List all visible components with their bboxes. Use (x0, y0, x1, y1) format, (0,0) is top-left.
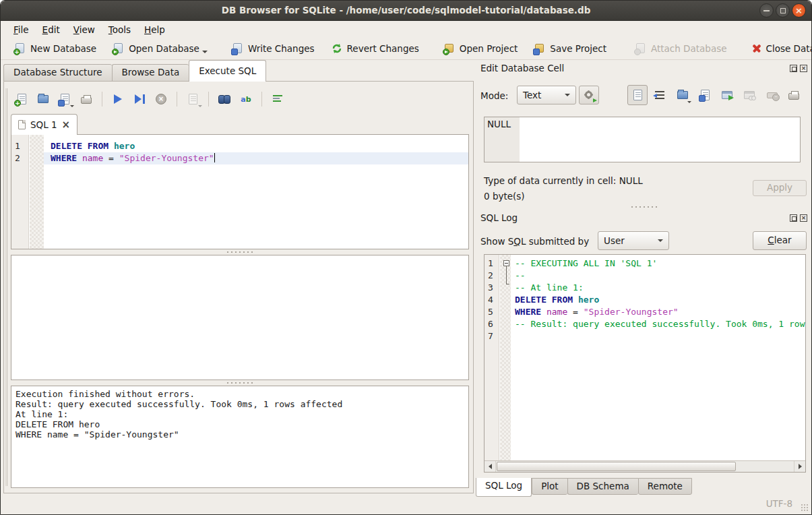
save-results-icon (189, 94, 197, 104)
export-cell-button[interactable] (697, 87, 713, 103)
tab-plot[interactable]: Plot (532, 478, 567, 495)
auto-apply-button[interactable] (579, 86, 599, 104)
log-line (511, 330, 805, 342)
clear-log-button[interactable]: Clear (753, 231, 807, 250)
open-in-app-button[interactable] (719, 87, 735, 103)
dock-close-icon[interactable]: × (800, 214, 807, 222)
write-changes-button[interactable]: Write Changes (226, 40, 320, 57)
splitter-handle[interactable] (226, 381, 253, 385)
open-project-button[interactable]: Open Project (438, 40, 524, 57)
editor-code-area[interactable]: DELETE FROM hero WHERE name = "Spider-Yo… (44, 135, 468, 249)
sql-tab-close-icon[interactable]: × (62, 120, 71, 130)
edit-cell-header: Edit Database Cell × (474, 63, 810, 76)
tab-sql-log[interactable]: SQL Log (476, 478, 532, 497)
link-icon (744, 91, 755, 99)
format-sql-button[interactable] (269, 91, 286, 107)
tab-browse-data[interactable]: Browse Data (112, 64, 189, 82)
toolbar-separator (261, 92, 262, 107)
menu-file[interactable]: File (7, 23, 35, 36)
message-line: DELETE FROM hero (11, 419, 468, 429)
new-database-button[interactable]: + New Database (9, 40, 102, 57)
find-button[interactable] (216, 91, 233, 107)
resize-grip[interactable] (801, 504, 809, 512)
cell-type-info: Type of data currently in cell: NULL (484, 175, 643, 186)
execute-line-button[interactable] (131, 91, 148, 107)
set-null-button[interactable] (764, 87, 780, 103)
menu-help[interactable]: Help (138, 23, 171, 36)
editor-line-numbers: 1 2 (11, 135, 29, 249)
text-mode-toggle-button[interactable] (627, 85, 648, 105)
scroll-right-arrow[interactable] (794, 461, 805, 472)
revert-changes-icon (331, 42, 343, 55)
cell-value-editor[interactable]: NULL (484, 117, 801, 162)
word-wrap-icon (655, 91, 664, 99)
splitter-handle[interactable] (226, 250, 253, 254)
log-filter-combobox[interactable]: User (598, 231, 669, 250)
print-sql-button[interactable] (77, 91, 95, 107)
menubar: File Edit View Tools Help (1, 22, 811, 37)
log-horizontal-scrollbar[interactable] (485, 460, 805, 472)
tab-remote[interactable]: Remote (638, 478, 692, 495)
new-sql-tab-button[interactable]: + (13, 91, 30, 107)
page-left-groove (5, 88, 7, 486)
execute-all-button[interactable] (109, 91, 127, 107)
copy-link-button (741, 87, 757, 103)
menu-tools[interactable]: Tools (102, 23, 137, 36)
splitter-handle[interactable] (631, 205, 658, 209)
format-icon (273, 95, 282, 103)
word-wrap-button[interactable] (652, 87, 668, 103)
save-sql-file-button[interactable] (56, 91, 73, 107)
save-project-button[interactable]: Save Project (528, 40, 612, 57)
open-folder-icon (677, 91, 688, 99)
open-in-app-icon (722, 91, 732, 99)
titlebar[interactable]: DB Browser for SQLite - /home/user/code/… (1, 1, 811, 21)
dock-float-icon[interactable] (790, 214, 797, 222)
edit-cell-title: Edit Database Cell (480, 63, 564, 73)
execution-message-pane[interactable]: Execution finished without errors. Resul… (11, 386, 469, 488)
log-filter-label: Show SQL submitted by (480, 236, 589, 247)
log-fold-margin (500, 255, 511, 472)
maximize-button[interactable] (776, 3, 790, 18)
log-line: -- EXECUTING ALL IN 'SQL 1' (511, 258, 805, 270)
replace-icon: ab (241, 95, 251, 104)
close-button[interactable]: × (792, 3, 806, 18)
execute-sql-page: + × ab SQL 1 × 1 2 (3, 81, 474, 493)
replace-button[interactable]: ab (237, 91, 255, 107)
minimize-icon (763, 10, 770, 11)
tab-db-schema[interactable]: DB Schema (567, 478, 638, 495)
sql-file-tab[interactable]: SQL 1 × (11, 114, 77, 135)
dock-float-icon[interactable] (790, 65, 797, 72)
print-cell-button[interactable] (786, 87, 802, 103)
menu-view[interactable]: View (67, 23, 101, 36)
maximize-icon (780, 8, 786, 13)
open-sql-file-button[interactable] (34, 91, 52, 107)
set-null-icon (767, 92, 778, 98)
scroll-left-arrow[interactable] (485, 461, 496, 472)
fold-collapse-icon[interactable] (503, 260, 509, 266)
window-title: DB Browser for SQLite - /home/user/code/… (1, 5, 811, 16)
tab-execute-sql[interactable]: Execute SQL (189, 60, 266, 82)
sql-editor[interactable]: 1 2 DELETE FROM hero WHERE name = "Spide… (11, 134, 469, 249)
results-pane[interactable] (11, 255, 469, 380)
mode-combobox[interactable]: Text (517, 86, 576, 104)
scrollbar-thumb[interactable] (497, 462, 736, 471)
mode-value: Text (523, 90, 541, 100)
dock-close-icon[interactable]: × (800, 65, 807, 72)
text-cursor (214, 153, 216, 162)
sql-editor-toolbar: + × ab (11, 90, 288, 108)
chevron-down-icon (565, 94, 570, 96)
stop-icon: × (156, 94, 166, 104)
sql-log-view[interactable]: 1 2 3 4 5 6 7 -- EXECUTING ALL IN 'SQL 1… (484, 254, 806, 473)
dock-tab-bar: SQL Log Plot DB Schema Remote (476, 478, 692, 497)
menu-edit[interactable]: Edit (36, 23, 66, 36)
open-database-button[interactable]: Open Database (107, 40, 213, 57)
revert-changes-button[interactable]: Revert Changes (325, 40, 425, 57)
close-database-button[interactable]: Close Database (746, 40, 812, 57)
import-cell-button[interactable] (675, 87, 691, 103)
minimize-button[interactable] (759, 3, 774, 18)
sql-file-tab-label: SQL 1 (30, 119, 57, 130)
open-database-dropdown-icon[interactable] (202, 51, 208, 53)
fold-guide-line (506, 266, 507, 284)
tab-database-structure[interactable]: Database Structure (3, 64, 112, 82)
attach-database-icon (635, 42, 647, 55)
